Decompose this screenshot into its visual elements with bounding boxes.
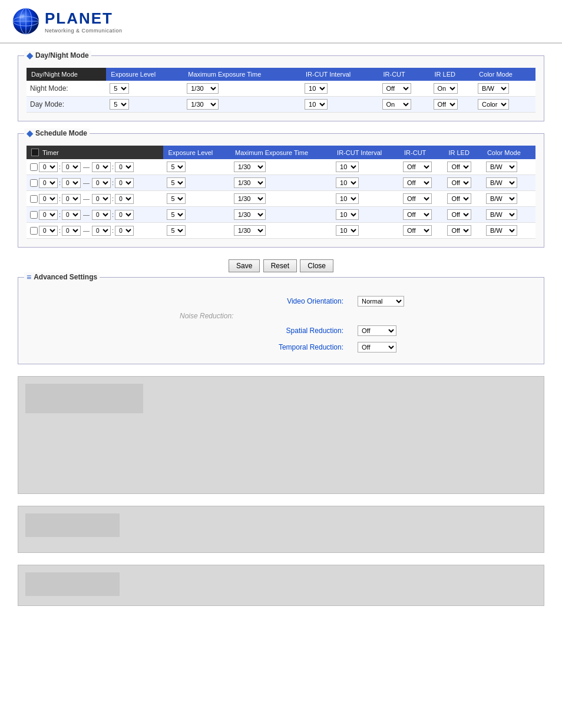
timer-m2-2[interactable]: 00153045 [115,194,134,204]
col-timer: Timer [27,146,163,159]
day-ircut-select[interactable]: OffOnAuto [382,99,411,110]
sched-exp-sel-1[interactable]: 12345678 [167,177,186,188]
sched-ircut-4: OffOnAuto [399,223,444,239]
sched-max-exp-2: 1/301/601/1001/1201/250 [230,191,332,207]
save-button[interactable]: Save [229,259,260,272]
sched-interval-sel-2[interactable]: 510152030 [336,193,359,204]
timer-m1-0[interactable]: 00153045 [62,162,81,172]
sched-irled-sel-0[interactable]: OffOn [447,162,471,172]
sched-max-exp-sel-2[interactable]: 1/301/601/1001/1201/250 [234,193,266,204]
sched-exp-sel-0[interactable]: 12345678 [167,162,186,172]
sched-max-exp-sel-3[interactable]: 1/301/601/1001/1201/250 [234,209,266,220]
timer-m1-3[interactable]: 00153045 [62,210,81,220]
night-color-mode-select[interactable]: B/WColorAuto [478,83,509,94]
timer-h2-2[interactable]: 0001061218 [92,194,111,204]
sched-ircut-sel-0[interactable]: OffOnAuto [403,162,432,172]
timer-m1-4[interactable]: 00153045 [62,226,81,236]
video-orientation-select[interactable]: Normal Flip Mirror Flip+Mirror [358,296,404,307]
timer-checkbox-3[interactable] [30,211,38,219]
timer-cell-1: 0001061218 : 00153045 — 0001061218 : 001… [27,175,163,191]
timer-checkbox-1[interactable] [30,179,38,187]
timer-m2-0[interactable]: 00153045 [115,162,134,172]
night-ircut-interval-select[interactable]: 510152030 [305,83,328,94]
sched-exp-sel-3[interactable]: 12345678 [167,209,186,220]
daynight-table: Day/Night Mode Exposure Level Maximum Ex… [27,68,535,113]
day-ircut-interval-select[interactable]: 510152030 [305,99,328,110]
day-color-mode-select[interactable]: B/WColorAuto [478,99,509,110]
sched-color-3: B/WColorAuto [482,207,535,223]
timer-m1-2[interactable]: 00153045 [62,194,81,204]
temporal-reduction-select[interactable]: Off Low Medium High [358,342,396,353]
col-sched-max-exposure: Maximum Exposure Time [230,146,332,159]
night-max-exposure-select[interactable]: 1/301/601/1001/1201/250 [187,83,219,94]
spatial-reduction-value: Off Low Medium High [353,322,535,339]
timer-checkbox-0[interactable] [30,163,38,171]
sched-interval-sel-0[interactable]: 510152030 [336,162,359,172]
advanced-title: ≡ Advanced Settings [24,272,100,282]
close-button[interactable]: Close [300,259,333,272]
sched-ircut-sel-3[interactable]: OffOnAuto [403,209,432,220]
sched-max-exp-sel-0[interactable]: 1/301/601/1001/1201/250 [234,162,266,172]
night-ircut-cell: OffOnAuto [379,81,430,97]
sched-max-exp-sel-1[interactable]: 1/301/601/1001/1201/250 [234,177,266,188]
timer-h2-4[interactable]: 0001061218 [92,226,111,236]
night-exposure-select[interactable]: 12345678 [110,83,129,94]
timer-m1-1[interactable]: 00153045 [62,178,81,188]
sched-interval-sel-1[interactable]: 510152030 [336,177,359,188]
timer-h2-3[interactable]: 0001061218 [92,210,111,220]
sched-irled-sel-1[interactable]: OffOn [447,177,471,188]
sched-exp-sel-4[interactable]: 12345678 [167,225,186,236]
sched-exp-sel-2[interactable]: 12345678 [167,193,186,204]
sched-ircut-sel-2[interactable]: OffOnAuto [403,193,432,204]
day-max-exposure-select[interactable]: 1/301/601/1001/1201/250 [187,99,219,110]
timer-checkbox-2[interactable] [30,195,38,203]
sched-ircut-sel-4[interactable]: OffOnAuto [403,225,432,236]
sched-color-sel-2[interactable]: B/WColorAuto [486,193,517,204]
timer-m2-3[interactable]: 00153045 [115,210,134,220]
gray-inner-3 [25,572,120,596]
timer-m2-1[interactable]: 00153045 [115,178,134,188]
sched-color-sel-1[interactable]: B/WColorAuto [486,177,517,188]
timer-h1-0[interactable]: 0001061218 [39,162,58,172]
timer-h1-1[interactable]: 0001061218 [39,178,58,188]
sched-max-exp-sel-4[interactable]: 1/301/601/1001/1201/250 [234,225,266,236]
sched-ircut-sel-1[interactable]: OffOnAuto [403,177,432,188]
day-exposure-select[interactable]: 12345678 [110,99,129,110]
sched-max-exp-4: 1/301/601/1001/1201/250 [230,223,332,239]
sched-irled-sel-4[interactable]: OffOn [447,225,471,236]
sched-irled-4: OffOn [444,223,482,239]
timer-checkbox-4[interactable] [30,227,38,235]
sched-exposure-0: 12345678 [163,159,230,175]
sched-ircut-1: OffOnAuto [399,175,444,191]
night-irled-select[interactable]: OffOn [434,83,458,94]
sched-interval-sel-3[interactable]: 510152030 [336,209,359,220]
spatial-reduction-select[interactable]: Off Low Medium High [358,325,396,336]
sched-ircut-2: OffOnAuto [399,191,444,207]
night-mode-label: Night Mode: [27,81,106,97]
timer-m2-4[interactable]: 00153045 [115,226,134,236]
sched-color-sel-3[interactable]: B/WColorAuto [486,209,517,220]
timer-h1-3[interactable]: 0001061218 [39,210,58,220]
day-ircut-interval-cell: 510152030 [301,97,378,113]
night-ircut-select[interactable]: OffOnAuto [382,83,411,94]
sched-color-sel-4[interactable]: B/WColorAuto [486,225,517,236]
sched-irled-sel-3[interactable]: OffOn [447,209,471,220]
reset-button[interactable]: Reset [263,259,297,272]
header: PLANET Networking & Communication [0,0,562,44]
sched-color-sel-0[interactable]: B/WColorAuto [486,162,517,172]
timer-h2-0[interactable]: 0001061218 [92,162,111,172]
sched-irled-sel-2[interactable]: OffOn [447,193,471,204]
col-irled: IR LED [430,68,475,81]
day-irled-select[interactable]: OffOn [434,99,458,110]
night-exposure-cell: 12345678 [106,81,183,97]
schedule-row-0: 0001061218 : 00153045 — 0001061218 : 001… [27,159,535,175]
sched-interval-4: 510152030 [332,223,399,239]
timer-h1-2[interactable]: 0001061218 [39,194,58,204]
timer-h2-1[interactable]: 0001061218 [92,178,111,188]
day-exposure-cell: 12345678 [106,97,183,113]
col-ircut: IR-CUT [379,68,430,81]
timer-h1-4[interactable]: 0001061218 [39,226,58,236]
gray-placeholder-1 [18,376,544,494]
sched-interval-sel-4[interactable]: 510152030 [336,225,359,236]
schedule-row-2: 0001061218 : 00153045 — 0001061218 : 001… [27,191,535,207]
